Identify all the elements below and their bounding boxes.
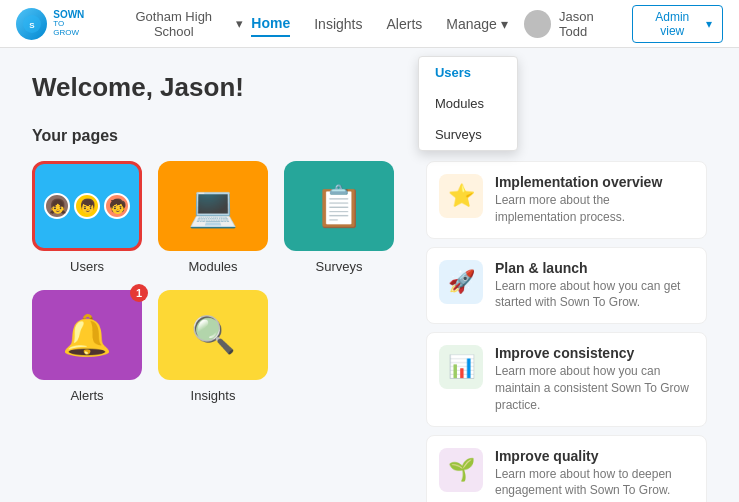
surveys-illustration: 📋 xyxy=(314,183,364,230)
user-name: Jason Todd xyxy=(559,9,623,39)
page-card-insights[interactable]: 🔍 Insights xyxy=(158,290,268,403)
insights-illustration: 🔍 xyxy=(191,314,236,356)
chevron-down-icon: ▾ xyxy=(706,17,712,31)
alerts-badge: 1 xyxy=(130,284,148,302)
dropdown-surveys[interactable]: Surveys xyxy=(419,119,517,150)
page-card-modules[interactable]: 💻 Modules xyxy=(158,161,268,274)
nav-insights[interactable]: Insights xyxy=(314,12,362,36)
navbar: S SOWN TO GROW Gotham High School ▾ Home… xyxy=(0,0,739,48)
consistency-desc: Learn more about how you can maintain a … xyxy=(495,363,694,413)
alerts-card-label: Alerts xyxy=(70,388,103,403)
nav-home[interactable]: Home xyxy=(251,11,290,37)
navbar-right: Jason Todd Admin view ▾ xyxy=(524,5,723,43)
modules-card-label: Modules xyxy=(188,259,237,274)
modules-illustration: 💻 xyxy=(188,183,238,230)
manage-dropdown: Users Modules Surveys xyxy=(418,56,518,151)
face-3: 🧒 xyxy=(104,193,130,219)
consistency-title: Improve consistency xyxy=(495,345,694,361)
toolkit-implementation[interactable]: ⭐ Implementation overview Learn more abo… xyxy=(426,161,707,239)
users-card-image: 👧 👦 🧒 xyxy=(32,161,142,251)
implementation-desc: Learn more about the implementation proc… xyxy=(495,192,694,226)
avatar xyxy=(524,10,551,38)
quality-text: Improve quality Learn more about how to … xyxy=(495,448,694,500)
quality-desc: Learn more about how to deepen engagemen… xyxy=(495,466,694,500)
logo-icon: S xyxy=(16,8,47,40)
logo-text: SOWN TO GROW xyxy=(53,9,91,38)
main-content: Welcome, Jason! Your pages 👧 👦 🧒 xyxy=(0,48,739,502)
plan-launch-title: Plan & launch xyxy=(495,260,694,276)
quality-icon: 🌱 xyxy=(439,448,483,492)
implementation-title: Implementation overview xyxy=(495,174,694,190)
plan-launch-desc: Learn more about how you can get started… xyxy=(495,278,694,312)
toolkit-quality[interactable]: 🌱 Improve quality Learn more about how t… xyxy=(426,435,707,502)
page-card-surveys[interactable]: 📋 Surveys xyxy=(284,161,394,274)
quality-title: Improve quality xyxy=(495,448,694,464)
modules-card-image: 💻 xyxy=(158,161,268,251)
svg-text:S: S xyxy=(29,21,35,30)
users-illustration: 👧 👦 🧒 xyxy=(36,185,138,227)
admin-view-button[interactable]: Admin view ▾ xyxy=(632,5,723,43)
implementation-text: Implementation overview Learn more about… xyxy=(495,174,694,226)
pages-grid: 👧 👦 🧒 Users 💻 Modules xyxy=(32,161,394,403)
chevron-down-icon: ▾ xyxy=(501,16,508,32)
nav-manage[interactable]: Manage ▾ Users Modules Surveys xyxy=(446,16,508,32)
pages-section-title: Your pages xyxy=(32,127,394,145)
implementation-icon: ⭐ xyxy=(439,174,483,218)
welcome-title: Welcome, Jason! xyxy=(32,72,707,103)
logo: S SOWN TO GROW xyxy=(16,8,91,40)
alerts-card-image: 🔔 1 xyxy=(32,290,142,380)
surveys-card-label: Surveys xyxy=(316,259,363,274)
left-panel: Your pages 👧 👦 🧒 Users xyxy=(32,127,394,502)
alerts-illustration: 🔔 xyxy=(62,312,112,359)
dropdown-users[interactable]: Users xyxy=(419,57,517,88)
chevron-down-icon: ▾ xyxy=(236,16,243,31)
nav-menu: Home Insights Alerts Manage ▾ Users Modu… xyxy=(251,11,508,37)
nav-alerts[interactable]: Alerts xyxy=(386,12,422,36)
insights-card-label: Insights xyxy=(191,388,236,403)
surveys-card-image: 📋 xyxy=(284,161,394,251)
toolkit-consistency[interactable]: 📊 Improve consistency Learn more about h… xyxy=(426,332,707,426)
right-panel: Toolkits ⭐ Implementation overview Learn… xyxy=(426,127,707,502)
content-grid: Your pages 👧 👦 🧒 Users xyxy=(32,127,707,502)
page-card-users[interactable]: 👧 👦 🧒 Users xyxy=(32,161,142,274)
insights-card-image: 🔍 xyxy=(158,290,268,380)
toolkit-plan-launch[interactable]: 🚀 Plan & launch Learn more about how you… xyxy=(426,247,707,325)
dropdown-modules[interactable]: Modules xyxy=(419,88,517,119)
plan-launch-icon: 🚀 xyxy=(439,260,483,304)
school-name: Gotham High School xyxy=(115,9,232,39)
consistency-icon: 📊 xyxy=(439,345,483,389)
plan-launch-text: Plan & launch Learn more about how you c… xyxy=(495,260,694,312)
admin-btn-label: Admin view xyxy=(643,10,702,38)
nav-manage-label: Manage xyxy=(446,16,497,32)
page-card-alerts[interactable]: 🔔 1 Alerts xyxy=(32,290,142,403)
face-2: 👦 xyxy=(74,193,100,219)
school-selector[interactable]: Gotham High School ▾ xyxy=(107,5,251,43)
face-1: 👧 xyxy=(44,193,70,219)
users-card-label: Users xyxy=(70,259,104,274)
consistency-text: Improve consistency Learn more about how… xyxy=(495,345,694,413)
